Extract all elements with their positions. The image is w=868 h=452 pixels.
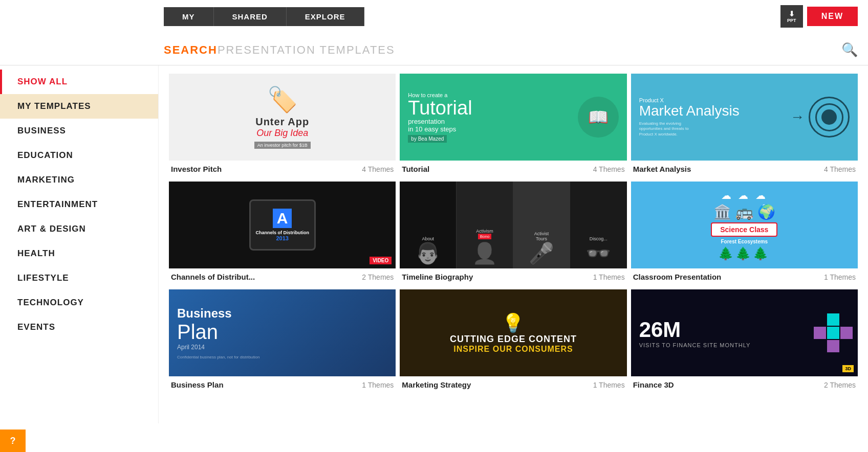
bio-col-about: About 👨 xyxy=(400,182,457,268)
marketing-bulb: 💡 xyxy=(502,312,525,334)
sidebar-item-business[interactable]: BUSINESS xyxy=(0,119,158,143)
card-finance-3d[interactable]: 26M VISITS TO FINANCE SITE MONTHLY xyxy=(631,289,858,393)
search-bar: SEARCH PRESENTATION TEMPLATES 🔍 xyxy=(0,33,868,65)
market-target: → xyxy=(790,97,850,138)
card-title-channels: Channels of Distribut... xyxy=(171,273,255,281)
sidebar-label-lifestyle: LIFESTYLE xyxy=(17,273,69,283)
card-title-tutorial: Tutorial xyxy=(402,165,429,173)
distrib-letter: A xyxy=(273,209,292,228)
bizplan-conf: Confidential business plan, not for dist… xyxy=(177,355,259,359)
card-info-market-analysis: Market Analysis 4 Themes xyxy=(631,161,858,177)
investor-tagline: Our Big Idea xyxy=(256,128,308,139)
card-themes-market: 4 Themes xyxy=(824,165,856,173)
card-themes-classroom: 1 Themes xyxy=(824,273,856,281)
card-info-investor-pitch: Investor Pitch 4 Themes xyxy=(169,161,396,177)
market-desc: Evaluating the evolving opportunities an… xyxy=(639,121,701,137)
classroom-sub: Forest Ecosystems xyxy=(721,239,768,244)
sidebar-item-technology[interactable]: TECHNOLOGY xyxy=(0,290,158,315)
finance-3d-badge: 3D xyxy=(842,365,854,372)
card-themes-tutorial: 4 Themes xyxy=(593,165,625,173)
marketing-line1: CUTTING EDGE CONTENT xyxy=(450,334,577,345)
sidebar-label-marketing: MARKETING xyxy=(17,175,75,185)
card-title-classroom: Classroom Presentation xyxy=(633,273,722,281)
sidebar-label-health: HEALTH xyxy=(17,248,55,259)
card-themes-channels: 2 Themes xyxy=(362,273,394,281)
sidebar-label-business: BUSINESS xyxy=(17,126,66,136)
card-title-finance: Finance 3D xyxy=(633,380,674,389)
sidebar-item-lifestyle[interactable]: LIFESTYLE xyxy=(0,266,158,290)
bizplan-date: April 2014 xyxy=(177,344,205,351)
card-title-bio: Timeline Biography xyxy=(402,273,473,281)
search-highlight: SEARCH xyxy=(164,43,218,57)
market-big: Market Analysis xyxy=(639,103,740,119)
card-info-marketing: Marketing Strategy 1 Themes xyxy=(400,376,626,393)
help-button[interactable]: ? xyxy=(0,430,26,452)
video-badge: VIDEO xyxy=(370,257,392,264)
sidebar-label-show-all: SHOW ALL xyxy=(17,77,68,87)
card-investor-pitch[interactable]: 🏷️ Unter App Our Big Idea An investor pi… xyxy=(169,74,396,177)
card-business-plan[interactable]: Business Plan April 2014 Confidential bu… xyxy=(169,289,396,393)
bizplan-plan: Plan xyxy=(177,321,218,344)
sidebar-label-events: EVENTS xyxy=(17,322,55,332)
tutorial-by: by Bea Mazed xyxy=(408,135,447,143)
tutorial-rest: presentationin 10 easy steps xyxy=(408,118,472,133)
main-layout: SHOW ALL MY TEMPLATES BUSINESS EDUCATION… xyxy=(0,65,868,423)
card-info-channels: Channels of Distribut... 2 Themes xyxy=(169,268,396,285)
sidebar-label-art-design: ART & DESIGN xyxy=(17,224,86,234)
bio-col-tours: ActivistTours 🎤 xyxy=(513,182,570,268)
distrib-tablet: A Channels of Distribution 2013 xyxy=(249,199,316,251)
card-thumb-marketing: 💡 CUTTING EDGE CONTENT INSPIRE OUR CONSU… xyxy=(400,289,626,376)
card-info-classroom: Classroom Presentation 1 Themes xyxy=(631,268,858,285)
card-timeline-biography[interactable]: About 👨 Activism Bono 👤 ActivistTours 🎤 xyxy=(400,182,626,285)
card-title-marketing: Marketing Strategy xyxy=(402,380,471,389)
card-title-investor: Investor Pitch xyxy=(171,165,222,173)
search-input[interactable]: SEARCH PRESENTATION TEMPLATES xyxy=(164,43,841,57)
tab-explore[interactable]: EXPLORE xyxy=(287,7,364,26)
card-themes-investor: 4 Themes xyxy=(362,165,394,173)
sidebar-item-show-all[interactable]: SHOW ALL xyxy=(0,70,158,94)
card-thumb-finance: 26M VISITS TO FINANCE SITE MONTHLY xyxy=(631,289,858,376)
card-info-bizplan: Business Plan 1 Themes xyxy=(169,376,396,393)
card-thumb-market-analysis: Product X Market Analysis Evaluating the… xyxy=(631,74,858,161)
card-thumb-channels: A Channels of Distribution 2013 VIDEO xyxy=(169,182,396,268)
top-nav: MY SHARED EXPLORE ⬇ PPT NEW xyxy=(0,0,868,33)
classroom-trees: 🌲🌲🌲 xyxy=(718,246,770,261)
card-channels-distribution[interactable]: A Channels of Distribution 2013 VIDEO Ch… xyxy=(169,182,396,285)
tab-my[interactable]: MY xyxy=(164,7,214,26)
card-themes-bizplan: 1 Themes xyxy=(362,381,394,389)
finance-crosses xyxy=(814,313,853,352)
card-classroom[interactable]: ☁ ☁ ☁ 🏛️ 🚌 🌍 Science Class Forest Ecosys… xyxy=(631,182,858,285)
search-rest: PRESENTATION TEMPLATES xyxy=(218,43,395,57)
tab-shared[interactable]: SHARED xyxy=(214,7,287,26)
bizplan-title: Business xyxy=(177,306,232,321)
card-thumb-investor-pitch: 🏷️ Unter App Our Big Idea An investor pi… xyxy=(169,74,396,161)
card-info-bio: Timeline Biography 1 Themes xyxy=(400,268,626,285)
sidebar-item-marketing[interactable]: MARKETING xyxy=(0,168,158,192)
card-thumb-bizplan: Business Plan April 2014 Confidential bu… xyxy=(169,289,396,376)
search-icon[interactable]: 🔍 xyxy=(841,42,858,58)
investor-app-name: Unter App xyxy=(255,116,309,128)
sidebar-item-entertainment[interactable]: ENTERTAINMENT xyxy=(0,192,158,217)
sidebar-item-health[interactable]: HEALTH xyxy=(0,241,158,266)
distrib-title: Channels of Distribution xyxy=(253,230,311,235)
investor-sub: An investor pitch for $1B xyxy=(254,142,311,149)
sidebar-item-art-design[interactable]: ART & DESIGN xyxy=(0,217,158,241)
sidebar-item-events[interactable]: EVENTS xyxy=(0,315,158,340)
sidebar-label-my-templates: MY TEMPLATES xyxy=(17,101,91,111)
sidebar-item-my-templates[interactable]: MY TEMPLATES xyxy=(0,94,158,119)
ppt-upload-button[interactable]: ⬇ PPT xyxy=(780,5,803,28)
classroom-ribbon: Science Class xyxy=(711,222,777,237)
sidebar-label-entertainment: ENTERTAINMENT xyxy=(17,199,98,210)
sidebar-label-education: EDUCATION xyxy=(17,150,73,161)
tutorial-big: Tutorial xyxy=(408,98,472,118)
bio-col-disco: Discog... 👓 xyxy=(570,182,627,268)
card-market-analysis[interactable]: Product X Market Analysis Evaluating the… xyxy=(631,74,858,177)
tutorial-circle: 📖 xyxy=(578,97,619,138)
sidebar-item-education[interactable]: EDUCATION xyxy=(0,143,158,168)
finance-number: 26M xyxy=(639,318,681,342)
nav-right: ⬇ PPT NEW xyxy=(780,5,858,28)
new-button[interactable]: NEW xyxy=(807,7,858,26)
card-tutorial[interactable]: How to create a Tutorial presentationin … xyxy=(400,74,626,177)
card-marketing-strategy[interactable]: 💡 CUTTING EDGE CONTENT INSPIRE OUR CONSU… xyxy=(400,289,626,393)
card-thumb-bio: About 👨 Activism Bono 👤 ActivistTours 🎤 xyxy=(400,182,626,268)
